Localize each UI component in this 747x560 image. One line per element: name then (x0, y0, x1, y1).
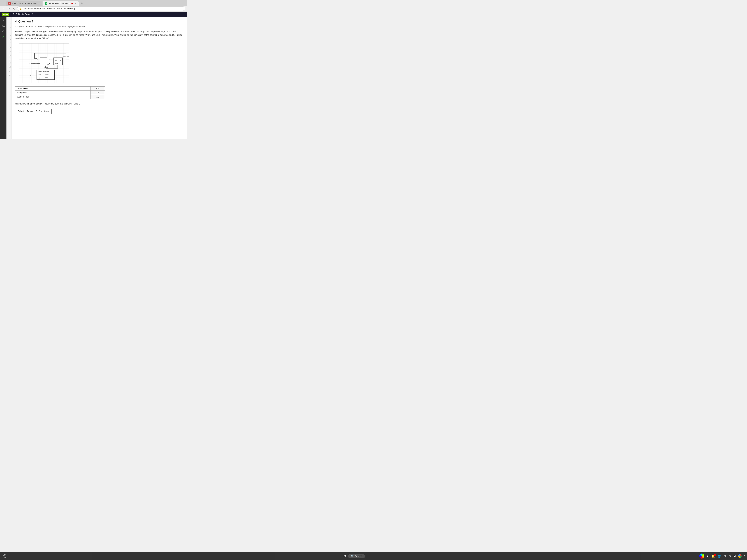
hackerrank-tab-close[interactable]: ✕ (75, 2, 77, 5)
nvidia-logo: NVIDIA (2, 13, 9, 16)
security-icon: 🔒 (19, 7, 22, 10)
svg-text:EN: EN (38, 77, 41, 79)
line-12: 12 (6, 61, 11, 65)
line-5: 5 (6, 33, 11, 37)
question-title: 4. Question 4 (15, 20, 183, 23)
table-cell-value-wout: 11 (91, 95, 105, 99)
content-area: 4. Question 4 Complete the blanks in the… (11, 17, 187, 139)
address-bar[interactable]: 🔒 hackerrank.com/test/f8pmd3bnle0/questi… (17, 6, 185, 11)
line-15: 15 (6, 73, 11, 77)
sidebar-scroll-down-icon[interactable]: ↓ (2, 41, 4, 45)
main-layout: ? ALL ⊙ ✓ ↓ 1 2 3 4 5 6 7 8 9 10 11 12 1… (0, 17, 187, 139)
table-cell-label: Wout (in us) (15, 95, 91, 99)
line-3: 3 (6, 26, 11, 30)
table-row: M (in MHz) 100 (15, 86, 105, 91)
svg-text:Q[N:0]: Q[N:0] (45, 74, 49, 75)
line-7: 7 (6, 42, 11, 45)
line-6: 6 (6, 37, 11, 42)
gmail-tab-icon: M (8, 2, 11, 5)
app-header: NVIDIA N.Ex.T 2024 - Round 2 (0, 12, 187, 17)
gmail-tab-close[interactable]: ✕ (38, 2, 40, 5)
line-13: 13 (6, 65, 11, 69)
svg-text:CLK: CLK (55, 63, 58, 64)
svg-text:CLR: CLR (38, 74, 41, 75)
back-button[interactable]: ← (1, 7, 6, 10)
sidebar-all-icon[interactable]: ALL (1, 24, 5, 28)
line-9: 9 (6, 49, 11, 53)
answer-label: Minimum width of the counter required to… (15, 103, 80, 105)
sidebar-help-icon[interactable]: ? (2, 19, 5, 23)
tab-gmail[interactable]: M N.Ex.T 2024 - Round 2 Invitatio... ✕ (6, 1, 42, 6)
recording-indicator (72, 3, 73, 4)
browser-chrome: ⌄ M N.Ex.T 2024 - Round 2 Invitatio... ✕… (0, 0, 187, 12)
forward-button[interactable]: → (7, 7, 11, 10)
svg-text:N-bit Counter: N-bit Counter (38, 71, 49, 73)
circuit-svg: D CLK Q OUT Pulse IN (19, 44, 69, 83)
question-instruction: Complete the blanks in the following que… (15, 25, 183, 28)
table-cell-value-win: 30 (91, 91, 105, 95)
line-1: 1 (6, 18, 11, 22)
table-row: Wout (in us) 11 (15, 95, 105, 99)
line-2: 2 (6, 22, 11, 26)
new-tab-button[interactable]: + (79, 2, 84, 5)
url-text: hackerrank.com/test/f8pmd3bnle0/question… (23, 7, 76, 10)
table-cell-value-m: 100 (91, 86, 105, 91)
window-menu[interactable]: ⌄ (1, 1, 5, 5)
line-numbers: 1 2 3 4 5 6 7 8 9 10 11 12 13 14 15 (6, 17, 11, 139)
line-8: 8 (6, 45, 11, 49)
answer-line: Minimum width of the counter required to… (15, 103, 183, 105)
left-sidebar: ? ALL ⊙ ✓ ↓ (0, 17, 6, 139)
submit-button[interactable]: Submit Answer & Continue (15, 109, 52, 114)
svg-text:Q: Q (60, 59, 61, 61)
table-cell-label: M (in MHz) (15, 86, 91, 91)
data-table: M (in MHz) 100 Win (in ns) 30 Wout (in u… (15, 86, 105, 99)
table-row: Win (in ns) 30 (15, 91, 105, 95)
hackerrank-tab-label: HackerRank Question - Que (49, 2, 70, 4)
app-title: N.Ex.T 2024 - Round 2 (11, 13, 33, 16)
tab-bar: ⌄ M N.Ex.T 2024 - Round 2 Invitatio... ✕… (0, 0, 187, 6)
line-4: 4 (6, 30, 11, 33)
circuit-diagram: D CLK Q OUT Pulse IN (19, 43, 69, 83)
line-10: 10 (6, 53, 11, 57)
nav-bar: ← → ↻ 🔒 hackerrank.com/test/f8pmd3bnle0/… (0, 6, 187, 11)
svg-text:D: D (55, 59, 56, 61)
refresh-button[interactable]: ↻ (12, 7, 16, 11)
svg-text:-CLK: -CLK (29, 75, 33, 77)
line-11: 11 (6, 57, 11, 61)
tab-hackerrank[interactable]: H HackerRank Question - Que ✕ (43, 1, 79, 6)
sidebar-clock-icon[interactable]: ⊙ (1, 29, 5, 33)
svg-text:Cout: Cout (45, 76, 49, 78)
gmail-tab-label: N.Ex.T 2024 - Round 2 Invitatio... (12, 2, 36, 4)
hackerrank-tab-icon: H (45, 2, 47, 5)
line-14: 14 (6, 69, 11, 73)
table-cell-label: Win (in ns) (15, 91, 91, 95)
svg-point-4 (36, 58, 37, 60)
svg-text:CLK: CLK (45, 67, 48, 68)
sidebar-check-icon[interactable]: ✓ (1, 35, 5, 39)
question-body: Following digital circuit is designed to… (15, 30, 183, 41)
answer-underline (81, 103, 117, 105)
